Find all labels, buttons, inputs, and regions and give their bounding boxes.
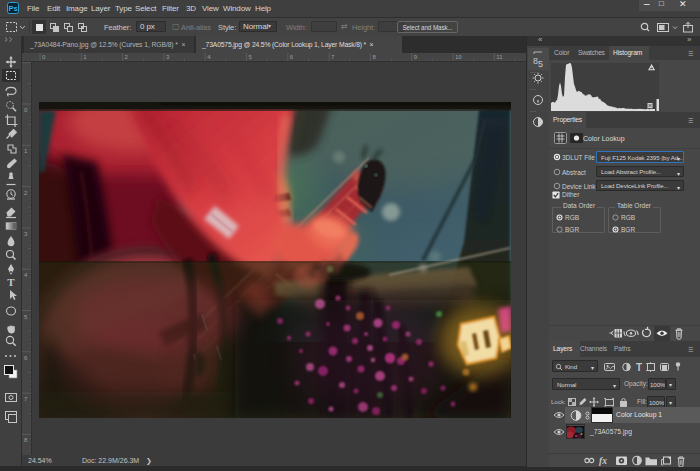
svg-text:11: 11	[496, 54, 503, 60]
svg-text:5: 5	[538, 59, 543, 69]
svg-text:fx: fx	[599, 456, 607, 466]
svg-text:10: 10	[455, 54, 462, 60]
svg-text:T: T	[636, 362, 642, 373]
svg-text:T: T	[7, 276, 15, 288]
